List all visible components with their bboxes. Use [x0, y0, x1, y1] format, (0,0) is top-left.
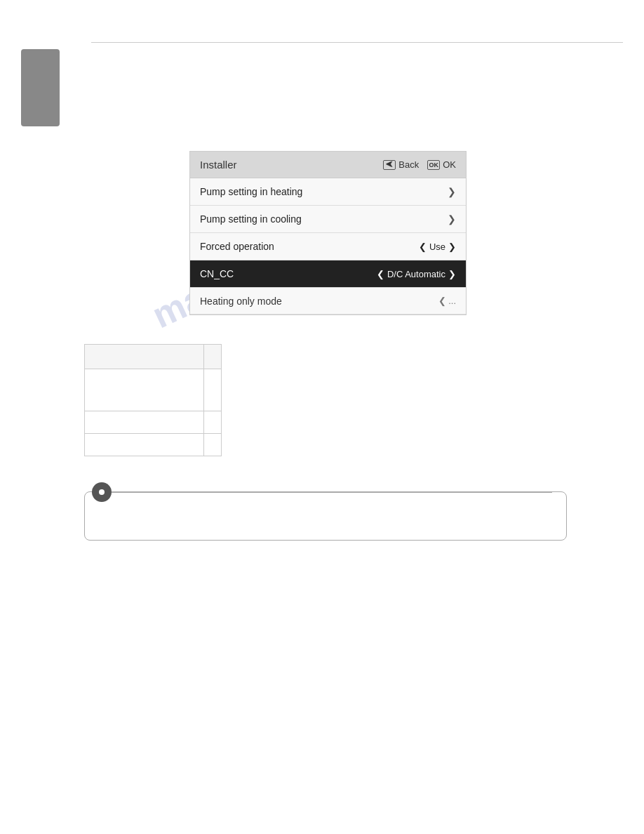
menu-item-cn-cc[interactable]: CN_CC ❮ D/C Automatic ❯	[190, 260, 466, 288]
table-cell	[85, 411, 204, 434]
menu-item-pump-cooling[interactable]: Pump setting in cooling ❯	[190, 206, 466, 233]
table-cell	[204, 369, 222, 411]
ok-label: OK	[443, 159, 456, 170]
cn-cc-label: CN_CC	[200, 268, 234, 279]
note-box	[84, 491, 567, 541]
note-line	[112, 492, 552, 493]
back-button[interactable]: ⮜ Back	[383, 159, 419, 170]
heating-only-value: ❮ ...	[438, 296, 456, 306]
ok-button[interactable]: OK OK	[427, 159, 456, 170]
table-cell	[204, 345, 222, 369]
pump-heating-arrow: ❯	[448, 186, 456, 197]
installer-title: Installer	[200, 159, 237, 171]
cn-cc-value: ❮ D/C Automatic ❯	[377, 269, 456, 279]
forced-operation-left-chevron: ❮	[419, 241, 427, 252]
table-cell	[85, 434, 204, 456]
table-cell	[85, 345, 204, 369]
table-row	[85, 369, 222, 411]
pump-cooling-label: Pump setting in cooling	[200, 213, 302, 225]
installer-panel: Installer ⮜ Back OK OK Pump setting in h…	[189, 151, 467, 315]
installer-header: Installer ⮜ Back OK OK	[190, 152, 466, 178]
note-bullet-dot	[99, 489, 105, 495]
data-table	[84, 344, 222, 456]
table-row	[85, 345, 222, 369]
top-rule	[91, 42, 623, 43]
back-icon: ⮜	[383, 160, 396, 170]
forced-operation-right-chevron: ❯	[448, 241, 456, 252]
cn-cc-right-chevron: ❯	[448, 269, 456, 279]
forced-operation-value: ❮ Use ❯	[419, 241, 456, 252]
header-controls: ⮜ Back OK OK	[383, 159, 456, 170]
pump-heating-label: Pump setting in heating	[200, 186, 302, 197]
forced-operation-val-text: Use	[429, 241, 445, 252]
table-row	[85, 411, 222, 434]
menu-item-pump-heating[interactable]: Pump setting in heating ❯	[190, 178, 466, 206]
cn-cc-val-text: D/C Automatic	[387, 269, 445, 279]
table-cell	[204, 411, 222, 434]
menu-item-forced-operation[interactable]: Forced operation ❮ Use ❯	[190, 233, 466, 260]
note-bullet	[92, 482, 112, 502]
table-row	[85, 434, 222, 456]
pump-cooling-arrow: ❯	[448, 213, 456, 225]
ok-icon: OK	[427, 160, 440, 170]
table-cell	[204, 434, 222, 456]
table-cell	[85, 369, 204, 411]
sidebar-tab	[21, 49, 60, 126]
back-label: Back	[398, 159, 419, 170]
forced-operation-label: Forced operation	[200, 241, 274, 252]
menu-item-heating-only-partial[interactable]: Heating only mode ❮ ...	[190, 288, 466, 315]
cn-cc-left-chevron: ❮	[377, 269, 384, 279]
heating-only-label: Heating only mode	[200, 296, 282, 307]
